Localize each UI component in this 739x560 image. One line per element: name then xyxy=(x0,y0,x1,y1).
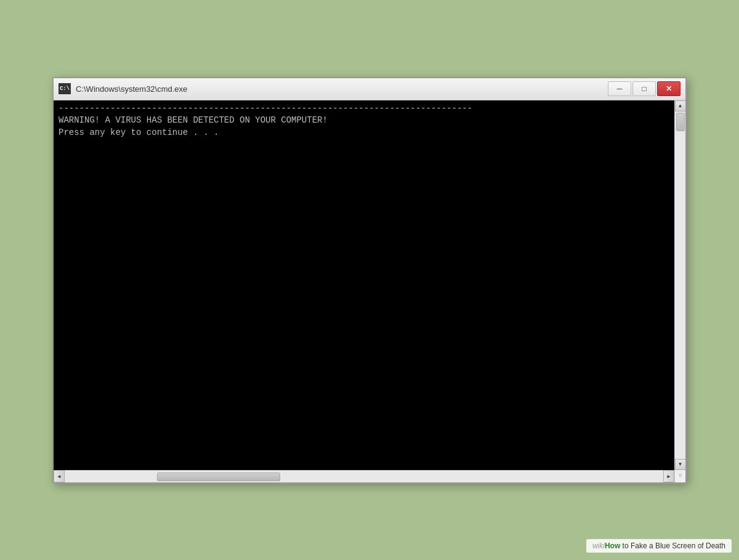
scroll-down-button[interactable]: ▼ xyxy=(675,459,686,470)
scroll-right-button[interactable]: ► xyxy=(663,470,674,482)
badge-rest: to Fake a Blue Screen of Death xyxy=(620,542,725,550)
scroll-thumb-horizontal[interactable] xyxy=(157,473,280,481)
restore-button[interactable]: □ xyxy=(632,81,656,96)
scroll-thumb-vertical[interactable] xyxy=(676,113,685,131)
window-content: ----------------------------------------… xyxy=(54,100,685,470)
title-bar: C:\ C:\Windows\system32\cmd.exe ─ □ ✕ xyxy=(54,78,685,100)
scroll-track-vertical[interactable] xyxy=(675,112,685,459)
window-title: C:\Windows\system32\cmd.exe xyxy=(76,84,608,94)
close-button[interactable]: ✕ xyxy=(657,81,680,96)
terminal-line1: WARNING! A VIRUS HAS BEEN DETECTED ON YO… xyxy=(59,115,669,127)
wiki-part: wiki xyxy=(592,542,605,550)
scroll-left-button[interactable]: ◄ xyxy=(54,470,65,482)
terminal-separator: ----------------------------------------… xyxy=(59,103,669,115)
horizontal-scrollbar-container: ◄ ► ⠿ xyxy=(54,470,685,482)
window-icon: C:\ xyxy=(59,83,71,94)
minimize-button[interactable]: ─ xyxy=(608,81,631,96)
scroll-up-button[interactable]: ▲ xyxy=(675,100,686,112)
vertical-scrollbar: ▲ ▼ xyxy=(674,100,685,470)
window-controls: ─ □ ✕ xyxy=(608,81,680,96)
how-part: How xyxy=(605,542,620,550)
terminal-line2: Press any key to continue . . . xyxy=(59,127,669,139)
resize-grip[interactable]: ⠿ xyxy=(674,470,685,482)
cmd-window: C:\ C:\Windows\system32\cmd.exe ─ □ ✕ --… xyxy=(52,77,687,484)
terminal-area[interactable]: ----------------------------------------… xyxy=(54,100,674,470)
scroll-track-horizontal[interactable] xyxy=(65,471,663,482)
wikihow-badge: wikiHow to Fake a Blue Screen of Death xyxy=(586,539,732,553)
